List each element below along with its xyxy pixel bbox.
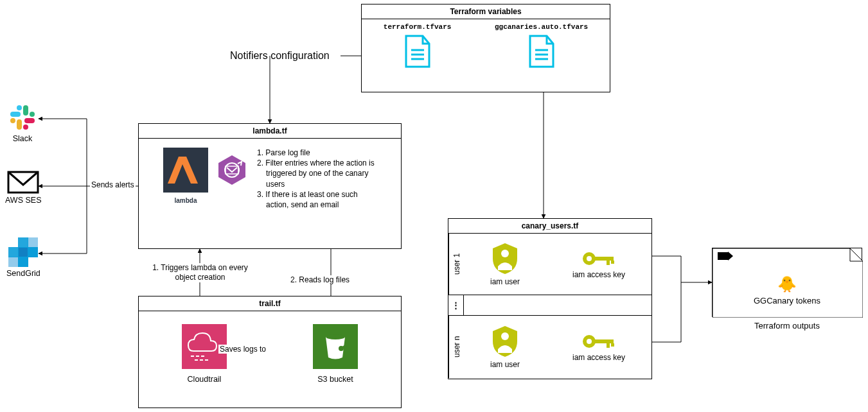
lambda-step-1: 1. Parse log file (257, 148, 379, 158)
tfvars-file2-label: ggcanaries.auto.tfvars (495, 23, 588, 31)
svg-rect-26 (611, 261, 614, 264)
tfvars-file1-label: terraform.tfvars (384, 23, 452, 31)
key-icon (581, 249, 617, 268)
slack-icon (8, 103, 37, 132)
iam-key-caption: iam access key (572, 270, 625, 279)
notifiers-configuration-label: Notifiers configuration (230, 50, 330, 62)
svg-rect-30 (594, 339, 614, 343)
svg-point-41 (23, 124, 28, 130)
lambda-box-title: lambda.tf (139, 124, 401, 139)
usern-label: user n (448, 316, 464, 378)
svg-rect-45 (18, 247, 28, 257)
outputs-note-box: 🐥 GGCanary tokens (712, 248, 862, 317)
svg-point-21 (501, 250, 509, 257)
terraform-outputs-caption: Terraform outputs (712, 321, 862, 330)
iam-key-caption: iam access key (572, 353, 625, 362)
svg-rect-37 (17, 119, 22, 130)
svg-rect-33 (718, 252, 728, 260)
svg-rect-49 (8, 247, 19, 257)
svg-rect-32 (611, 343, 614, 347)
lambda-step-2: 2. Filter entries where the action is tr… (257, 158, 379, 189)
svg-point-23 (587, 256, 592, 261)
svg-point-18 (326, 334, 345, 339)
iam-user-caption: iam user (490, 277, 520, 286)
file-icon (402, 35, 433, 69)
sendgrid-caption: SendGrid (6, 269, 40, 278)
svg-point-40 (30, 112, 35, 117)
terraform-variables-box: Terraform variables terraform.tfvars ggc… (361, 4, 610, 92)
ses-caption: AWS SES (5, 196, 42, 205)
terraform-variables-title: Terraform variables (362, 4, 610, 19)
svg-point-42 (10, 118, 15, 123)
svg-rect-31 (607, 343, 610, 348)
svg-rect-24 (594, 257, 614, 261)
iam-user-icon (490, 242, 520, 275)
svg-point-27 (501, 332, 509, 340)
canary-emoji-icon: 🐥 (713, 275, 862, 293)
svg-point-29 (587, 339, 592, 344)
canary-users-box: canary_users.tf user 1 iam user (448, 218, 652, 379)
saves-logs-label: Saves logs to (218, 345, 267, 354)
reads-log-label: 2. Reads log files (289, 275, 351, 284)
iam-user-icon (490, 325, 520, 358)
lambda-step-3: 3. If there is at least one such action,… (257, 189, 379, 210)
svg-rect-47 (18, 257, 28, 267)
cloudtrail-caption: Cloudtrail (182, 375, 227, 384)
lambda-box: lambda.tf lambda 1. Parse log file 2. Fi… (138, 123, 402, 249)
ses-hex-icon (216, 154, 248, 186)
svg-rect-35 (23, 105, 28, 116)
trail-box: trail.tf Cloudtrail S3 bucket (138, 296, 402, 408)
svg-point-39 (17, 105, 22, 110)
s3-caption: S3 bucket (313, 375, 358, 384)
s3-bucket-icon (313, 324, 358, 369)
triggers-lambda-label: 1. Triggers lambda on every object creat… (147, 263, 253, 282)
outputs-title: GGCanary tokens (713, 296, 862, 305)
svg-rect-38 (24, 118, 35, 123)
slack-caption: Slack (8, 134, 37, 143)
svg-rect-50 (18, 237, 28, 248)
sendgrid-icon (8, 237, 38, 267)
file-icon (526, 35, 557, 69)
svg-rect-25 (607, 261, 610, 265)
svg-rect-48 (28, 247, 38, 257)
mail-icon (7, 171, 39, 194)
user1-label: user 1 (448, 234, 464, 295)
trail-box-title: trail.tf (139, 296, 401, 311)
svg-rect-36 (10, 112, 21, 117)
key-icon (581, 332, 617, 351)
svg-marker-12 (218, 155, 245, 185)
svg-rect-46 (28, 237, 38, 248)
lambda-icon (163, 148, 208, 193)
lambda-icon-caption: lambda (163, 197, 208, 204)
sends-alerts-label: Sends alerts (90, 180, 136, 189)
svg-rect-44 (8, 257, 19, 267)
canary-users-title: canary_users.tf (448, 219, 651, 234)
dots-label: ⋮ (448, 295, 464, 315)
iam-user-caption: iam user (490, 360, 520, 369)
